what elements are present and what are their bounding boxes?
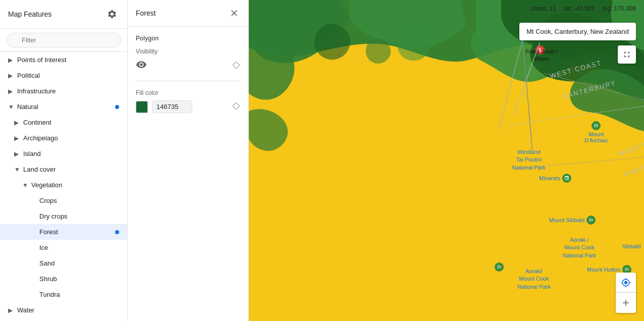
visibility-row (136, 59, 240, 73)
zoom-in-icon (621, 298, 631, 308)
panel-title: Map Features (8, 10, 51, 18)
tree-item-label: Sand (39, 259, 55, 267)
tree-item-ice[interactable]: Ice (0, 240, 127, 255)
tree-item-political[interactable]: ▶Political (0, 68, 127, 83)
expand-icon: ▼ (8, 103, 14, 111)
tree-item-label: Natural (17, 103, 38, 111)
lat-stat: lat: -43.503 (564, 5, 595, 12)
tree-item-label: Crops (39, 197, 57, 204)
lng-value: 170.306 (614, 5, 636, 12)
tree-item-vegetation[interactable]: ▼Vegetation (0, 177, 127, 193)
fill-color-diamond-icon[interactable] (232, 102, 240, 112)
divider (136, 81, 240, 81)
tree-item-shrub[interactable]: Shrub (0, 271, 127, 287)
tree-item-forest[interactable]: Forest (0, 224, 127, 240)
lng-stat: lng: 170.306 (603, 5, 636, 12)
location-button[interactable] (616, 273, 636, 293)
tree-item-label: Political (17, 72, 40, 79)
tree-item-land-cover[interactable]: ▼Land cover (0, 162, 127, 177)
place-label-minarets: Minarets (539, 175, 560, 181)
westland-label-group: WestlandTai PoutiniNational Park (506, 148, 552, 172)
minarets-label-group: Minarets (539, 174, 571, 183)
tree-item-archipelago[interactable]: ▶Archipelago (0, 130, 127, 146)
tree-item-label: Land cover (23, 166, 56, 173)
tree-item-tundra[interactable]: Tundra (0, 287, 127, 302)
expand-icon: ▶ (8, 88, 14, 95)
lng-label: lng: (603, 5, 612, 12)
place-label-mountsibbald: Mount Sibbald (549, 217, 584, 223)
close-button[interactable] (228, 7, 240, 19)
active-dot (115, 105, 119, 109)
expand-icon: ▶ (8, 57, 14, 64)
mount-sibbald-group: Mount Sibbald (549, 216, 596, 225)
tree-item-label: Archipelago (23, 134, 58, 142)
tree-item-label: Island (23, 150, 41, 157)
visibility-diamond-icon[interactable] (232, 61, 240, 71)
tree-item-background[interactable]: ▶Background (0, 318, 127, 321)
mount-darchiac-icon (592, 121, 601, 130)
tree-item-label: Vegetation (31, 181, 62, 189)
fill-color-row (136, 100, 240, 113)
eye-icon[interactable] (136, 59, 147, 73)
zoom-in-button[interactable] (616, 293, 636, 313)
filter-wrapper (6, 33, 121, 47)
place-label-westland: WestlandTai PoutiniNational Park (506, 148, 552, 172)
expand-icon: ▶ (14, 135, 20, 142)
mount-darchiac-group: MountD'Archiac (584, 121, 608, 143)
location-badge: Mt Cook, Canterbury, New Zealand (519, 23, 636, 40)
tree-item-continent[interactable]: ▶Continent (0, 115, 127, 130)
tree-item-label: Ice (39, 244, 48, 251)
tree-item-natural[interactable]: ▼Natural (0, 99, 127, 115)
expand-icon: ▶ (8, 307, 14, 314)
tree-item-water[interactable]: ▶Water (0, 302, 127, 318)
fullscreen-button[interactable] (618, 45, 636, 64)
tree-item-label: Points of Interest (17, 56, 67, 64)
color-input-row (136, 100, 192, 113)
tree-item-points-of-interest[interactable]: ▶Points of Interest (0, 52, 127, 68)
tree-item-island[interactable]: ▶Island (0, 146, 127, 162)
aoraki-park-icon (495, 262, 504, 272)
mid-header: Forest (128, 0, 248, 27)
minarets-park-icon (562, 174, 571, 183)
polygon-label: Polygon (136, 35, 240, 42)
zoom-stat: zoom: 11 (531, 5, 556, 12)
map-controls (616, 273, 636, 313)
tree-list: ▶Points of Interest▶Political▶Infrastruc… (0, 52, 127, 321)
aoraki-label-2: Aoraki/Mount CookNational Park (511, 268, 557, 291)
color-hex-input[interactable] (152, 100, 192, 113)
tree-item-crops[interactable]: Crops (0, 193, 127, 208)
expand-icon: ▼ (22, 182, 28, 189)
filter-input[interactable] (6, 33, 121, 47)
tree-item-dry-crops[interactable]: Dry crops (0, 208, 127, 224)
tree-item-label: Water (17, 306, 34, 314)
gear-icon (107, 9, 117, 19)
color-swatch[interactable] (136, 101, 148, 113)
zoom-value: 11 (549, 5, 556, 12)
tree-item-label: Tundra (39, 291, 60, 298)
mount-sibbald-icon (586, 216, 596, 225)
place-label-mounthutton: Mount Hutton (587, 266, 620, 273)
tree-item-label: Infrastructure (17, 87, 56, 95)
tree-item-sand[interactable]: Sand (0, 255, 127, 271)
tree-item-label: Continent (23, 119, 51, 126)
forest-panel-title: Forest (136, 9, 156, 17)
expand-icon: ▶ (8, 72, 14, 79)
panel-header: Map Features (0, 0, 127, 29)
expand-icon: ▶ (14, 150, 20, 157)
lat-label: lat: (564, 5, 572, 12)
expand-icon: ▶ (14, 119, 20, 126)
map-header-bar: zoom: 11 lat: -43.503 lng: 170.306 (523, 0, 644, 17)
tree-item-infrastructure[interactable]: ▶Infrastructure (0, 83, 127, 99)
tree-item-label: Dry crops (39, 212, 68, 220)
close-icon (229, 8, 239, 18)
map-svg (249, 0, 644, 321)
tree-item-label: Shrub (39, 275, 57, 283)
place-label-franzjosef: Franz Josef / Waiau (521, 48, 562, 63)
place-label-mountdarchiac: MountD'Archiac (584, 131, 608, 143)
gear-button[interactable] (105, 7, 119, 21)
aoraki-label-1: Aoraki /Mount CookNational Park (557, 236, 602, 259)
fill-color-label: Fill color (136, 89, 240, 96)
aoraki-icon-left (495, 262, 504, 272)
map-panel: zoom: 11 lat: -43.503 lng: 170.306 Mt Co… (249, 0, 644, 321)
tree-item-label: Forest (39, 228, 58, 236)
